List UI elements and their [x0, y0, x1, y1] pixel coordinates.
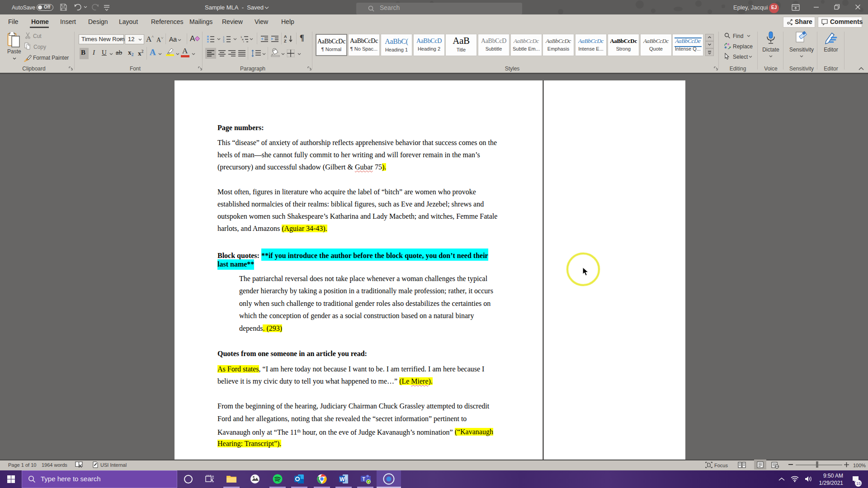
svg-text:W: W — [340, 476, 345, 483]
svg-text:T: T — [363, 477, 365, 482]
svg-text:3: 3 — [223, 40, 225, 42]
svg-text:i: i — [243, 40, 244, 42]
